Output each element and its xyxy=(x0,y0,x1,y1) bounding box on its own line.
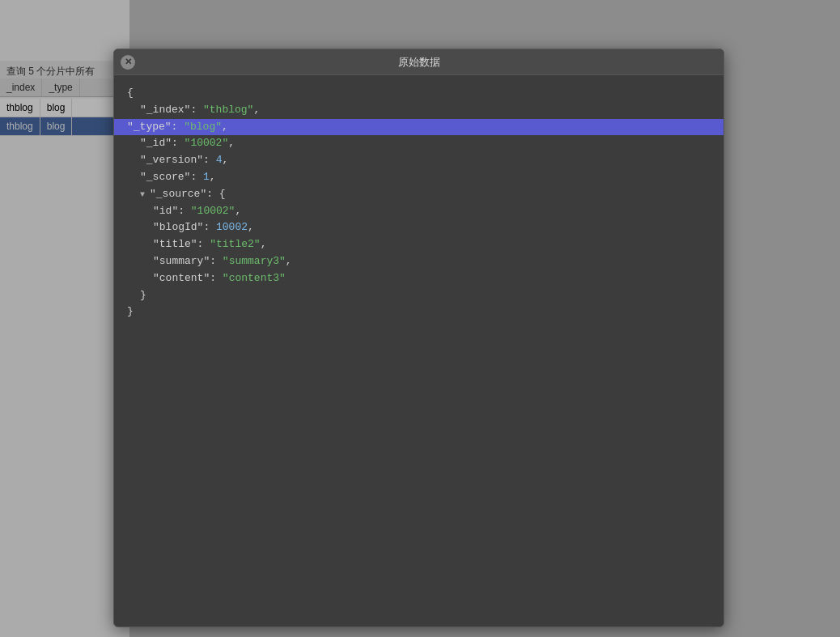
json-line-type: "_type": "blog", xyxy=(114,119,723,136)
modal-body[interactable]: { "_index": "thblog", "_type": "blog", "… xyxy=(114,75,723,626)
modal-title: 原始数据 xyxy=(398,55,440,70)
json-line-source-title: "title": "title2", xyxy=(127,236,711,253)
json-line-id: "_id": "10002", xyxy=(127,135,711,152)
json-line-source-content: "content": "content3" xyxy=(127,270,711,287)
json-line-score: "_score": 1, xyxy=(127,169,711,186)
json-close-brace: } xyxy=(127,304,711,321)
modal-overlay: ✕ 原始数据 { "_index": "thblog", "_type": "b… xyxy=(0,0,840,637)
json-line-source-open: ▼ "_source": { xyxy=(127,186,711,203)
json-open-brace: { xyxy=(127,85,711,102)
modal-header: ✕ 原始数据 xyxy=(114,49,723,75)
json-source-close: } xyxy=(127,287,711,304)
modal-close-button[interactable]: ✕ xyxy=(121,55,135,70)
json-line-version: "_version": 4, xyxy=(127,152,711,169)
json-line-source-id: "id": "10002", xyxy=(127,203,711,220)
raw-data-modal: ✕ 原始数据 { "_index": "thblog", "_type": "b… xyxy=(113,49,724,627)
json-line-index: "_index": "thblog", xyxy=(127,102,711,119)
json-line-source-summary: "summary": "summary3", xyxy=(127,253,711,270)
json-line-source-blogid: "blogId": 10002, xyxy=(127,219,711,236)
